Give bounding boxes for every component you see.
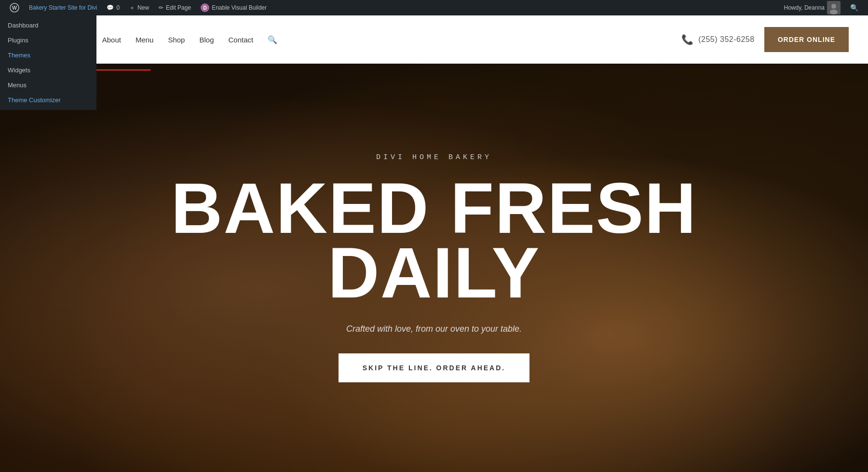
nav-search-icon[interactable]: 🔍	[268, 35, 277, 44]
dropdown-menu: Dashboard Plugins Themes Widgets Menus T…	[0, 15, 96, 110]
hero-title: BAKED FRESH DAILY	[171, 176, 697, 304]
adminbar-right: Howdy, Deanna 🔍	[779, 0, 864, 15]
dropdown-theme-customizer[interactable]: Theme Customizer	[0, 93, 96, 108]
dropdown-themes[interactable]: Themes	[0, 48, 96, 63]
edit-page-item[interactable]: ✏ Edit Page	[154, 0, 196, 15]
svg-point-4	[830, 10, 838, 14]
admin-bar: W Bakery Starter Site for Divi 💬 0 ＋ New…	[0, 0, 868, 15]
site-nav: Home About Menu Shop Blog Contact 🔍	[68, 35, 681, 44]
new-item[interactable]: ＋ New	[124, 0, 154, 15]
header-right: 📞 (255) 352-6258 ORDER ONLINE	[681, 27, 849, 52]
phone-number: (255) 352-6258	[698, 35, 754, 44]
hero-description: Crafted with love, from our oven to your…	[346, 324, 522, 334]
site-header: D Home About Menu Shop Blog Contact 🔍 📞 …	[0, 15, 868, 64]
svg-point-3	[831, 4, 836, 9]
adminbar-search-icon[interactable]: 🔍	[845, 4, 863, 12]
hero-section: DIVI HOME BAKERY BAKED FRESH DAILY Craft…	[0, 15, 868, 472]
wp-logo-item[interactable]: W	[5, 0, 24, 15]
divi-icon: D	[201, 3, 209, 12]
dropdown-plugins[interactable]: Plugins	[0, 33, 96, 48]
nav-contact[interactable]: Contact	[229, 36, 254, 44]
site-name-item[interactable]: Bakery Starter Site for Divi	[24, 0, 102, 15]
hero-cta-button[interactable]: SKIP THE LINE. ORDER AHEAD.	[339, 353, 529, 382]
order-online-button[interactable]: ORDER ONLINE	[764, 27, 849, 52]
svg-text:W: W	[12, 5, 17, 11]
hero-subtitle: DIVI HOME BAKERY	[376, 153, 492, 162]
phone-icon: 📞	[681, 34, 693, 45]
hero-title-line2: DAILY	[328, 233, 540, 312]
dropdown-dashboard[interactable]: Dashboard	[0, 18, 96, 33]
nav-menu[interactable]: Menu	[136, 36, 154, 44]
comments-item[interactable]: 💬 0	[102, 0, 124, 15]
nav-shop[interactable]: Shop	[168, 36, 185, 44]
phone-section: 📞 (255) 352-6258	[681, 34, 754, 45]
nav-blog[interactable]: Blog	[199, 36, 214, 44]
enable-vb-item[interactable]: D Enable Visual Builder	[196, 0, 271, 15]
avatar-icon	[827, 1, 841, 14]
howdy-item[interactable]: Howdy, Deanna	[779, 0, 846, 15]
hero-content: DIVI HOME BAKERY BAKED FRESH DAILY Craft…	[171, 153, 697, 382]
nav-about[interactable]: About	[102, 36, 121, 44]
dropdown-widgets[interactable]: Widgets	[0, 63, 96, 78]
dropdown-menus[interactable]: Menus	[0, 78, 96, 93]
